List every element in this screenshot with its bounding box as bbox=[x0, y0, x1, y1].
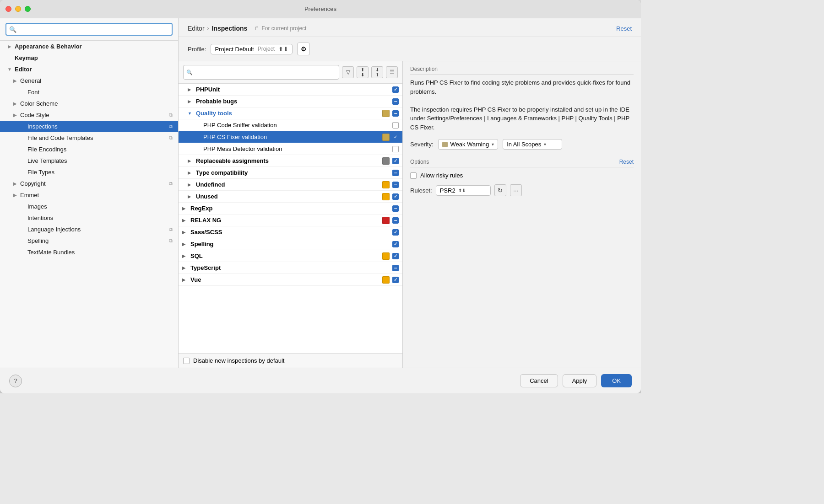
list-item[interactable]: ▶ Type compatibility − bbox=[179, 167, 402, 179]
sidebar-item-color-scheme[interactable]: ▶ Color Scheme bbox=[0, 98, 178, 109]
inspection-list-wrap: 🔍 ▽ ⬆⬇ ⬇⬆ ☰ bbox=[179, 61, 403, 368]
inspection-checkbox[interactable]: − bbox=[392, 110, 399, 117]
sidebar-item-intentions[interactable]: Intentions bbox=[0, 212, 178, 224]
inspection-checkbox[interactable]: ✓ bbox=[392, 193, 399, 200]
inspection-checkbox[interactable] bbox=[392, 146, 399, 152]
inspection-checkbox[interactable]: − bbox=[392, 265, 399, 271]
description-section-title: Description bbox=[410, 66, 634, 75]
inspection-checkbox[interactable]: ✓ bbox=[392, 253, 399, 259]
sidebar-item-images[interactable]: Images bbox=[0, 201, 178, 212]
maximize-button[interactable] bbox=[25, 6, 31, 12]
options-title: Options bbox=[410, 159, 429, 165]
allow-risky-label: Allow risky rules bbox=[420, 172, 463, 179]
sidebar-item-label: Language Injections bbox=[27, 226, 81, 233]
list-item[interactable]: PHP Mess Detector validation bbox=[179, 143, 402, 155]
inspection-search-input[interactable] bbox=[193, 66, 336, 78]
sidebar-item-font[interactable]: Font bbox=[0, 86, 178, 98]
inspection-item-label: Undefined bbox=[196, 181, 379, 188]
main-panel: Editor › Inspections 🗒 For current proje… bbox=[179, 18, 641, 368]
filter-button[interactable]: ▽ bbox=[342, 66, 354, 78]
more-button[interactable]: ··· bbox=[510, 184, 522, 196]
sidebar-item-file-encodings[interactable]: File Encodings bbox=[0, 144, 178, 155]
inspection-checkbox[interactable]: ✓ bbox=[392, 241, 399, 247]
sidebar-item-keymap[interactable]: Keymap bbox=[0, 52, 178, 64]
help-button[interactable]: ? bbox=[9, 375, 22, 387]
list-item[interactable]: ▶ Unused ✓ bbox=[179, 191, 402, 203]
severity-color bbox=[382, 134, 390, 141]
list-item[interactable]: PHP Code Sniffer validation bbox=[179, 119, 402, 131]
list-item[interactable]: ▶ Probable bugs − bbox=[179, 96, 402, 107]
sidebar-item-file-types[interactable]: File Types bbox=[0, 166, 178, 178]
sidebar-item-live-templates[interactable]: Live Templates bbox=[0, 155, 178, 166]
profile-dropdown[interactable]: Project Default Project ⬆⬇ bbox=[211, 44, 293, 54]
sidebar-search-box[interactable]: 🔍 bbox=[5, 23, 173, 36]
close-button[interactable] bbox=[5, 6, 11, 12]
inspection-item-label: Type compatibility bbox=[196, 169, 390, 176]
sidebar-search-input[interactable] bbox=[18, 26, 169, 33]
inspection-checkbox[interactable] bbox=[392, 122, 399, 129]
expand-button[interactable]: ⬆⬇ bbox=[357, 66, 369, 78]
gear-icon: ⚙ bbox=[301, 45, 307, 53]
copy-icon: ⧉ bbox=[169, 226, 173, 232]
ruleset-dropdown[interactable]: PSR2 ⬆⬇ bbox=[436, 185, 491, 196]
inspection-checkbox[interactable]: ✓ bbox=[392, 277, 399, 283]
inspection-checkbox[interactable]: ✓ bbox=[392, 158, 399, 164]
inspection-checkbox[interactable]: ✓ bbox=[392, 229, 399, 236]
inspection-item-label: Probable bugs bbox=[196, 98, 390, 105]
sidebar-item-label: File Encodings bbox=[27, 146, 66, 153]
inspection-checkbox[interactable]: − bbox=[392, 217, 399, 224]
severity-dot bbox=[442, 142, 448, 147]
sidebar-item-label: Intentions bbox=[27, 214, 53, 221]
inspection-toolbar: 🔍 ▽ ⬆⬇ ⬇⬆ ☰ bbox=[179, 61, 402, 84]
sidebar-item-general[interactable]: ▶ General bbox=[0, 75, 178, 86]
list-item[interactable]: ▶ Spelling ✓ bbox=[179, 238, 402, 250]
scope-dropdown[interactable]: In All Scopes ▾ bbox=[503, 139, 562, 150]
list-item[interactable]: ▶ RELAX NG − bbox=[179, 214, 402, 226]
inspection-checkbox[interactable]: − bbox=[392, 205, 399, 212]
sidebar-item-inspections[interactable]: Inspections ⧉ bbox=[0, 121, 178, 132]
sidebar-item-copyright[interactable]: ▶ Copyright ⧉ bbox=[0, 178, 178, 189]
inspection-checkbox[interactable]: ✓ bbox=[392, 134, 399, 140]
severity-color bbox=[382, 157, 390, 165]
disable-inspections-checkbox[interactable] bbox=[183, 358, 190, 364]
severity-dropdown[interactable]: Weak Warning ▾ bbox=[438, 139, 499, 150]
copy-icon: ⧉ bbox=[169, 135, 173, 141]
sidebar-item-spelling[interactable]: Spelling ⧉ bbox=[0, 235, 178, 247]
ok-button[interactable]: OK bbox=[601, 374, 632, 387]
list-item[interactable]: ▶ Sass/SCSS ✓ bbox=[179, 226, 402, 238]
gear-button[interactable]: ⚙ bbox=[297, 43, 310, 55]
inspection-checkbox[interactable]: ✓ bbox=[392, 86, 399, 93]
reset-button[interactable]: Reset bbox=[616, 25, 632, 32]
list-item[interactable]: ▶ Vue ✓ bbox=[179, 274, 402, 286]
sidebar-item-code-style[interactable]: ▶ Code Style ⧉ bbox=[0, 109, 178, 121]
list-item[interactable]: ▶ PHPUnit ✓ bbox=[179, 84, 402, 96]
list-item[interactable]: ▶ SQL ✓ bbox=[179, 250, 402, 262]
cancel-button[interactable]: Cancel bbox=[520, 374, 558, 387]
sidebar-item-appearance[interactable]: ▶ Appearance & Behavior bbox=[0, 41, 178, 52]
list-item[interactable]: ▶ RegExp − bbox=[179, 203, 402, 214]
menu-button[interactable]: ☰ bbox=[386, 66, 398, 78]
sidebar-item-textmate-bundles[interactable]: TextMate Bundles bbox=[0, 247, 178, 258]
collapse-button[interactable]: ⬇⬆ bbox=[371, 66, 383, 78]
sidebar-search-wrap: 🔍 bbox=[0, 18, 178, 41]
list-item[interactable]: ▶ Undefined − bbox=[179, 179, 402, 191]
minimize-button[interactable] bbox=[15, 6, 21, 12]
allow-risky-checkbox[interactable] bbox=[410, 172, 417, 179]
desc-text-1: Runs PHP CS Fixer to find coding style p… bbox=[410, 79, 630, 95]
more-icon: ··· bbox=[513, 187, 518, 194]
sidebar-item-editor[interactable]: ▼ Editor bbox=[0, 64, 178, 75]
options-reset-button[interactable]: Reset bbox=[619, 159, 634, 165]
sidebar-item-emmet[interactable]: ▶ Emmet bbox=[0, 189, 178, 201]
inspection-checkbox[interactable]: − bbox=[392, 170, 399, 176]
list-item[interactable]: ▶ TypeScript − bbox=[179, 262, 402, 274]
list-item[interactable]: ▶ Replaceable assignments ✓ bbox=[179, 155, 402, 167]
refresh-button[interactable]: ↻ bbox=[494, 184, 506, 196]
inspection-checkbox[interactable]: − bbox=[392, 182, 399, 188]
list-item[interactable]: PHP CS Fixer validation ✓ bbox=[179, 131, 402, 143]
sidebar-item-language-injections[interactable]: Language Injections ⧉ bbox=[0, 224, 178, 235]
inspection-checkbox[interactable]: − bbox=[392, 98, 399, 105]
sidebar-item-file-code-templates[interactable]: File and Code Templates ⧉ bbox=[0, 132, 178, 144]
apply-button[interactable]: Apply bbox=[563, 374, 597, 387]
doc-icon: 🗒 bbox=[255, 26, 260, 31]
list-item[interactable]: ▼ Quality tools − bbox=[179, 107, 402, 119]
